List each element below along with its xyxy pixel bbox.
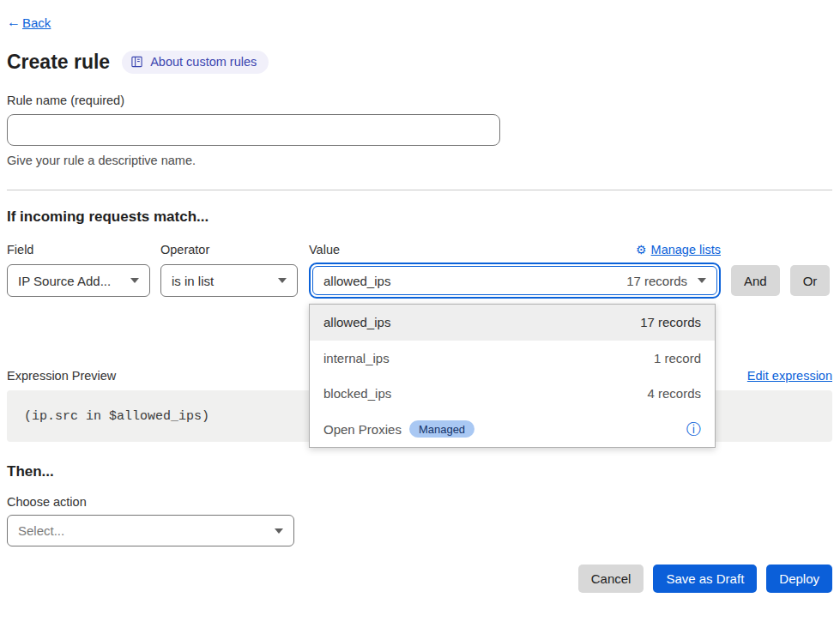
list-option-name: internal_ips — [323, 351, 390, 365]
info-icon[interactable]: ⓘ — [686, 422, 701, 437]
operator-select[interactable]: is in list — [160, 264, 298, 297]
action-select[interactable]: Select... — [7, 515, 294, 546]
list-option-records: 1 record — [654, 351, 701, 365]
rule-name-label: Rule name (required) — [7, 94, 832, 107]
match-section-heading: If incoming requests match... — [7, 208, 832, 226]
cancel-button[interactable]: Cancel — [578, 565, 644, 593]
value-select-records: 17 records — [626, 274, 687, 288]
chevron-down-icon — [698, 278, 706, 283]
deploy-button[interactable]: Deploy — [766, 565, 832, 593]
action-select-placeholder: Select... — [18, 523, 64, 538]
rule-name-input[interactable] — [7, 114, 500, 146]
chevron-down-icon — [130, 278, 139, 283]
value-select[interactable]: allowed_ips 17 records — [312, 266, 717, 295]
manage-lists-label: Manage lists — [651, 243, 721, 257]
list-option-name: Open Proxies — [323, 422, 402, 437]
list-option-name: allowed_ips — [323, 315, 390, 329]
operator-label: Operator — [160, 243, 309, 257]
back-arrow-icon: ← — [7, 15, 21, 30]
value-select-focus-ring: allowed_ips 17 records — [309, 263, 721, 299]
back-link[interactable]: ←Back — [7, 15, 51, 30]
list-option-allowed-ips[interactable]: allowed_ips 17 records — [310, 305, 715, 341]
field-select[interactable]: IP Source Add... — [7, 264, 150, 297]
edit-expression-link[interactable]: Edit expression — [747, 369, 832, 383]
list-option-blocked-ips[interactable]: blocked_ips 4 records — [310, 376, 715, 412]
list-option-internal-ips[interactable]: internal_ips 1 record — [310, 341, 715, 377]
manage-lists-link[interactable]: ⚙ Manage lists — [636, 243, 721, 257]
list-option-name: blocked_ips — [323, 386, 391, 401]
field-select-value: IP Source Add... — [18, 274, 111, 288]
field-label: Field — [7, 243, 160, 257]
or-button[interactable]: Or — [790, 265, 831, 296]
about-custom-rules-link[interactable]: About custom rules — [122, 51, 269, 74]
list-option-records: 4 records — [647, 386, 701, 401]
value-label: Value — [309, 243, 340, 257]
managed-badge: Managed — [409, 420, 474, 438]
page-title: Create rule — [7, 51, 110, 74]
chevron-down-icon — [278, 278, 287, 283]
section-divider — [7, 190, 832, 190]
book-icon — [130, 56, 143, 68]
expression-preview-label: Expression Preview — [7, 369, 116, 383]
gear-icon: ⚙ — [636, 243, 647, 257]
create-rule-page: ←Back Create rule About custom rules Rul… — [0, 0, 840, 593]
rule-name-help: Give your rule a descriptive name. — [7, 154, 832, 167]
save-as-draft-button[interactable]: Save as Draft — [653, 565, 757, 593]
list-option-open-proxies[interactable]: Open Proxies Managed ⓘ — [310, 412, 715, 448]
back-link-label: Back — [22, 15, 51, 30]
chevron-down-icon — [275, 528, 283, 534]
expression-code: (ip.src in $allowed_ips) — [7, 409, 209, 424]
choose-action-label: Choose action — [7, 495, 832, 509]
then-section-heading: Then... — [7, 463, 832, 480]
operator-select-value: is in list — [172, 274, 214, 288]
about-custom-rules-label: About custom rules — [150, 55, 257, 69]
list-option-records: 17 records — [640, 315, 701, 329]
value-select-value: allowed_ips — [323, 274, 390, 288]
list-dropdown: allowed_ips 17 records internal_ips 1 re… — [309, 304, 716, 448]
and-button[interactable]: And — [731, 265, 780, 296]
